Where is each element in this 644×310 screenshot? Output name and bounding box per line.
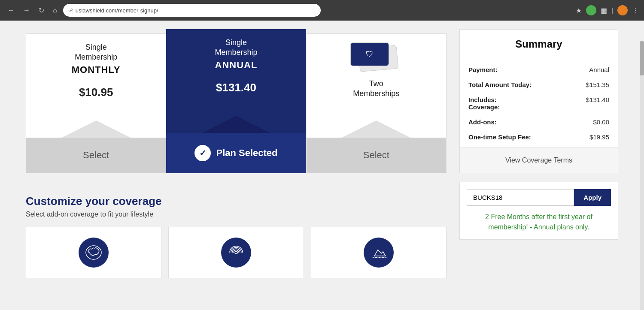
summary-panel: Summary Payment: Annual Total Amount Tod… <box>459 29 618 301</box>
plan-select-monthly[interactable]: Select <box>26 138 166 173</box>
plan-name-annual: Single Membership <box>173 38 299 58</box>
plan-type-annual: ANNUAL <box>173 60 299 71</box>
plan-price-annual: $131.40 <box>173 81 299 94</box>
browser-chrome: ← → ↻ ⌂ ☍ uslawshield.com/member-signup/… <box>0 0 644 21</box>
summary-row-total: Total Amount Today: $151.35 <box>468 81 609 88</box>
coupon-section: Apply 2 Free Months after the first year… <box>459 182 618 240</box>
plan-cards-row: Single Membership MONTHLY $10.95 Select … <box>26 29 447 173</box>
forward-button[interactable]: → <box>21 5 33 16</box>
plan-type-monthly: MONTHLY <box>33 64 159 75</box>
payment-label: Payment: <box>468 66 498 73</box>
profile-avatar-1[interactable] <box>586 5 596 15</box>
addon-icon-circle-1 <box>79 238 109 268</box>
plan-name-two: Two Memberships <box>313 79 439 99</box>
address-bar[interactable]: ☍ uslawshield.com/member-signup/ <box>63 4 321 17</box>
summary-card: Summary Payment: Annual Total Amount Tod… <box>459 29 618 173</box>
addons-value: $0.00 <box>593 118 609 126</box>
summary-row-coverage: Includes: Coverage: $131.40 <box>468 96 609 111</box>
secure-icon: ☍ <box>68 8 73 13</box>
addon-cards-row <box>26 227 447 278</box>
apply-button[interactable]: Apply <box>574 189 611 206</box>
total-label: Total Amount Today: <box>468 81 532 88</box>
summary-row-addons: Add-ons: $0.00 <box>468 118 609 126</box>
view-coverage-button[interactable]: View Coverage Terms <box>460 147 618 173</box>
page-content: Single Membership MONTHLY $10.95 Select … <box>0 21 644 310</box>
bookmark-icon[interactable]: ★ <box>576 6 582 15</box>
shield-icon: 🛡 <box>366 50 374 59</box>
plan-selected-area[interactable]: ✓ Plan Selected <box>166 133 306 173</box>
back-button[interactable]: ← <box>5 5 17 16</box>
addon-card-3[interactable] <box>311 227 447 278</box>
summary-rows: Payment: Annual Total Amount Today: $151… <box>460 59 618 147</box>
card-front: 🛡 <box>350 42 389 66</box>
card-stack: 🛡 <box>350 42 402 75</box>
customize-subtitle: Select add-on coverage to fit your lifes… <box>26 211 447 218</box>
plan-card-single-monthly[interactable]: Single Membership MONTHLY $10.95 Select <box>26 33 166 173</box>
plan-name-monthly: Single Membership <box>33 42 159 63</box>
fingerprint-icon <box>228 244 245 261</box>
usa-map-icon <box>85 244 102 261</box>
plan-wave-two <box>307 116 446 138</box>
plan-wave-annual <box>166 111 306 133</box>
check-circle: ✓ <box>194 145 211 161</box>
refresh-button[interactable]: ↻ <box>36 5 47 16</box>
coupon-input[interactable] <box>467 189 574 206</box>
mountains-icon <box>370 244 387 261</box>
summary-row-payment: Payment: Annual <box>468 66 609 73</box>
check-mark-icon: ✓ <box>199 148 207 158</box>
promo-text: 2 Free Months after the first year of me… <box>467 212 611 232</box>
addon-icon-circle-2 <box>221 238 251 268</box>
plan-price-monthly: $10.95 <box>33 86 159 99</box>
plan-card-top-two: 🛡 Two Memberships <box>307 34 446 116</box>
addon-card-2[interactable] <box>168 227 304 278</box>
payment-value: Annual <box>589 66 609 73</box>
summary-row-setup: One-time Setup Fee: $19.95 <box>468 133 609 141</box>
addon-icon-circle-3 <box>364 238 394 268</box>
separator: | <box>611 7 613 14</box>
plan-wave-monthly <box>26 116 166 138</box>
chrome-actions: ★ ▦ | ⋮ <box>576 5 639 15</box>
home-button[interactable]: ⌂ <box>50 5 60 16</box>
plans-area: Single Membership MONTHLY $10.95 Select … <box>26 29 447 301</box>
customize-title: Customize your coverage <box>26 195 447 208</box>
select-label-monthly: Select <box>83 150 109 160</box>
plan-selected-content: ✓ Plan Selected <box>173 145 299 161</box>
scrollbar-track[interactable] <box>640 41 644 310</box>
addon-card-1[interactable] <box>26 227 161 278</box>
scrollbar-thumb[interactable] <box>640 41 644 75</box>
svg-point-1 <box>235 251 237 254</box>
url-text: uslawshield.com/member-signup/ <box>76 7 158 14</box>
extensions-icon[interactable]: ▦ <box>601 6 607 15</box>
coupon-row: Apply <box>467 189 611 206</box>
plan-card-top-monthly: Single Membership MONTHLY $10.95 <box>26 34 166 116</box>
menu-icon[interactable]: ⋮ <box>632 6 639 15</box>
profile-avatar-2[interactable] <box>617 5 628 15</box>
plan-card-top-annual: Single Membership ANNUAL $131.40 <box>166 29 306 111</box>
addons-label: Add-ons: <box>468 118 497 126</box>
plan-card-two-memberships[interactable]: 🛡 Two Memberships Select <box>306 33 447 173</box>
total-value: $151.35 <box>586 81 609 88</box>
setup-label: One-time Setup Fee: <box>468 133 531 141</box>
customize-section: Customize your coverage Select add-on co… <box>26 195 447 278</box>
plan-card-single-annual[interactable]: Single Membership ANNUAL $131.40 ✓ Plan … <box>166 29 306 173</box>
plan-select-two[interactable]: Select <box>307 138 446 173</box>
plan-selected-label: Plan Selected <box>216 147 277 159</box>
coverage-value: $131.40 <box>586 96 609 103</box>
select-label-two: Select <box>363 150 389 160</box>
coverage-label: Includes: Coverage: <box>468 96 500 111</box>
summary-title: Summary <box>460 30 618 59</box>
setup-value: $19.95 <box>589 133 609 141</box>
